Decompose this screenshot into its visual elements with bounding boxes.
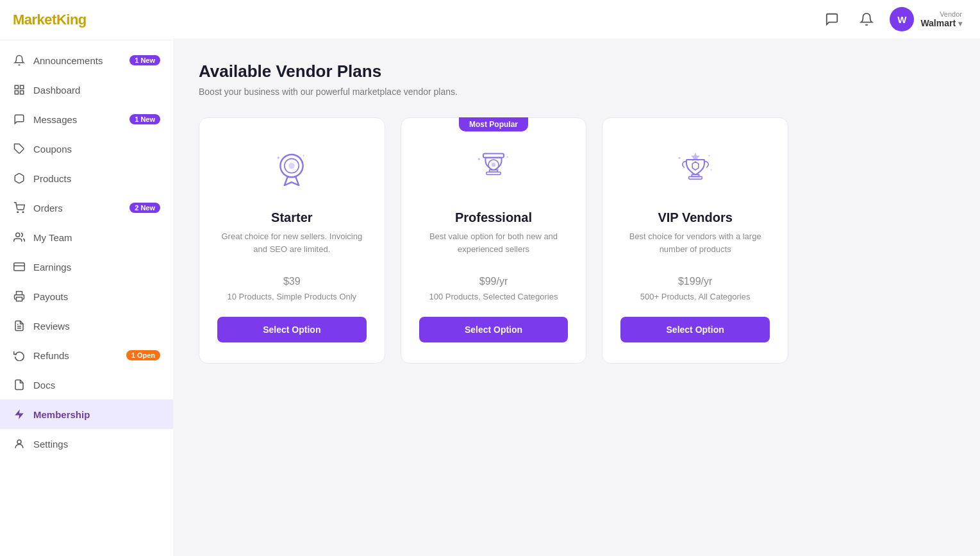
announcements-label: Announcements (33, 55, 103, 66)
sidebar-item-payouts[interactable]: Payouts (0, 282, 173, 311)
svg-text:✦: ✦ (477, 156, 481, 162)
professional-plan-desc: Best value option for both new and exper… (419, 230, 569, 256)
logo-text: MarketKing (13, 12, 160, 28)
plan-card-starter: ✦ ✦ ✦ Starter Great choice for new selle… (199, 117, 385, 364)
page-title: Available Vendor Plans (199, 62, 954, 81)
svg-point-5 (17, 212, 19, 213)
sidebar-item-membership[interactable]: Membership (0, 400, 173, 429)
sidebar-item-refunds[interactable]: Refunds 1 Open (0, 341, 173, 370)
starter-plan-price: $39 (283, 269, 301, 289)
chat-icon-button[interactable] (820, 8, 843, 31)
coupons-icon (13, 142, 26, 155)
earnings-label: Earnings (33, 262, 71, 273)
reviews-label: Reviews (33, 321, 70, 332)
products-icon (13, 172, 26, 185)
docs-icon (13, 378, 26, 391)
products-label: Products (33, 173, 71, 184)
payouts-icon (13, 290, 26, 303)
settings-label: Settings (33, 439, 68, 450)
svg-rect-2 (15, 91, 18, 94)
vip-select-button[interactable]: Select Option (620, 317, 770, 342)
sidebar: MarketKing Announcements 1 New Dashboard… (0, 0, 173, 556)
settings-icon (13, 437, 26, 450)
announcements-badge: 1 New (129, 55, 160, 65)
my-team-label: My Team (33, 232, 72, 243)
svg-point-23 (492, 163, 495, 167)
logo-king: King (56, 12, 87, 28)
content-area: Available Vendor Plans Boost your busine… (173, 38, 980, 556)
svg-rect-10 (17, 298, 22, 301)
dashboard-label: Dashboard (33, 85, 80, 96)
sidebar-item-reviews[interactable]: Reviews (0, 311, 173, 341)
refunds-label: Refunds (33, 350, 69, 361)
professional-plan-features: 100 Products, Selected Categories (429, 292, 558, 301)
svg-point-14 (17, 440, 21, 444)
svg-text:✦: ✦ (302, 153, 305, 158)
announcements-icon (13, 54, 26, 67)
svg-point-7 (16, 233, 20, 237)
svg-rect-3 (21, 91, 24, 94)
professional-plan-icon: ✦ ✦ (465, 141, 522, 199)
starter-plan-icon: ✦ ✦ ✦ (263, 141, 320, 199)
dashboard-icon (13, 83, 26, 96)
logo-market: Market (13, 12, 56, 28)
starter-select-button[interactable]: Select Option (217, 317, 367, 342)
bell-icon-button[interactable] (855, 8, 878, 31)
svg-rect-30 (688, 176, 702, 179)
coupons-label: Coupons (33, 144, 72, 155)
reviews-icon (13, 319, 26, 332)
sidebar-nav: Announcements 1 New Dashboard Messages 1… (0, 40, 173, 556)
messages-label: Messages (33, 114, 77, 125)
svg-rect-8 (14, 263, 25, 271)
starter-plan-desc: Great choice for new sellers. Invoicing … (217, 230, 367, 256)
sidebar-item-earnings[interactable]: Earnings (0, 252, 173, 282)
svg-rect-0 (15, 85, 18, 88)
svg-text:✦: ✦ (710, 168, 713, 172)
orders-icon (13, 201, 26, 214)
svg-marker-13 (15, 410, 24, 419)
svg-text:✦: ✦ (299, 169, 303, 173)
page-subtitle: Boost your business with our powerful ma… (199, 87, 954, 97)
svg-point-17 (289, 163, 295, 169)
vip-plan-features: 500+ Products, All Categories (640, 292, 751, 301)
plan-card-professional: Most Popular ✦ ✦ (401, 117, 587, 364)
logo: MarketKing (0, 0, 173, 40)
sidebar-item-settings[interactable]: Settings (0, 429, 173, 459)
professional-plan-price: $99/yr (479, 269, 508, 289)
user-menu[interactable]: W Vendor Walmart ▾ (890, 7, 962, 31)
plan-card-vip: ✦ ✦ ✦ VIP Vendors Best choice for vendor… (602, 117, 788, 364)
sidebar-item-dashboard[interactable]: Dashboard (0, 75, 173, 105)
payouts-label: Payouts (33, 291, 68, 302)
svg-rect-25 (486, 172, 501, 174)
sidebar-item-coupons[interactable]: Coupons (0, 134, 173, 164)
user-info: Vendor Walmart ▾ (920, 10, 962, 28)
svg-text:✦: ✦ (506, 155, 509, 159)
membership-label: Membership (33, 409, 90, 420)
sidebar-item-my-team[interactable]: My Team (0, 223, 173, 252)
vip-plan-icon: ✦ ✦ ✦ (667, 141, 724, 199)
membership-icon (13, 408, 26, 421)
user-role: Vendor (920, 10, 962, 18)
chevron-down-icon: ▾ (958, 19, 962, 28)
messages-badge: 1 New (129, 114, 160, 124)
orders-badge: 2 New (129, 203, 160, 213)
sidebar-item-announcements[interactable]: Announcements 1 New (0, 46, 173, 75)
sidebar-item-orders[interactable]: Orders 2 New (0, 193, 173, 223)
svg-text:✦: ✦ (708, 153, 711, 158)
earnings-icon (13, 260, 26, 273)
professional-select-button[interactable]: Select Option (419, 317, 569, 342)
svg-rect-1 (21, 85, 24, 88)
professional-plan-name: Professional (455, 210, 532, 225)
messages-icon (13, 113, 26, 126)
sidebar-item-docs[interactable]: Docs (0, 370, 173, 400)
topbar: W Vendor Walmart ▾ (173, 0, 980, 38)
vip-plan-desc: Best choice for vendors with a large num… (620, 230, 770, 256)
sidebar-item-messages[interactable]: Messages 1 New (0, 105, 173, 134)
my-team-icon (13, 231, 26, 244)
vip-plan-name: VIP Vendors (658, 210, 732, 225)
docs-label: Docs (33, 380, 55, 391)
refunds-icon (13, 349, 26, 362)
vip-plan-price: $199/yr (678, 269, 712, 289)
sidebar-item-products[interactable]: Products (0, 164, 173, 193)
refunds-badge: 1 Open (126, 350, 160, 360)
